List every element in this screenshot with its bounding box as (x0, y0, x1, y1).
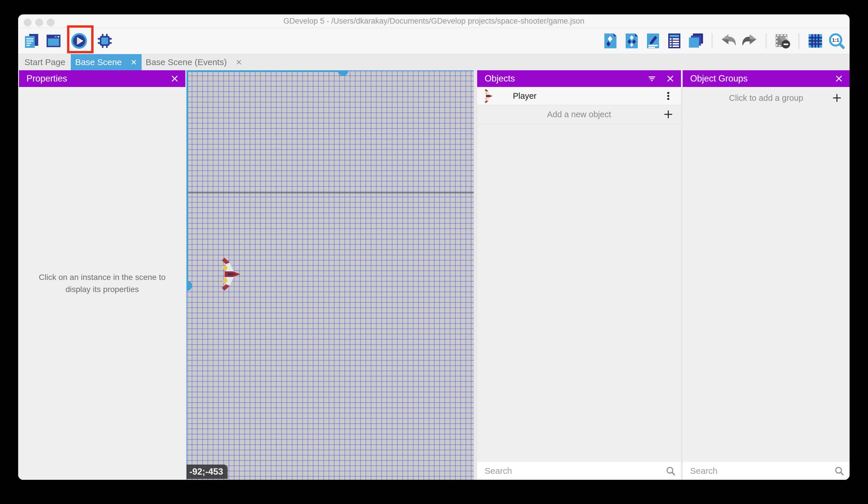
groups-search-input[interactable] (683, 462, 850, 480)
vertical-scrollbar-track-light[interactable] (186, 291, 188, 480)
vertical-scrollbar-thumb[interactable] (186, 281, 192, 291)
cursor-coordinates-tooltip: -92;-453 (186, 465, 228, 479)
svg-text:1:1: 1:1 (832, 37, 839, 43)
add-object-label: Add a new object (495, 110, 663, 119)
player-instance[interactable] (219, 255, 243, 293)
preview-play-button[interactable] (71, 32, 87, 49)
redo-icon (742, 33, 758, 49)
open-properties-button[interactable] (645, 33, 661, 49)
horizontal-scrollbar-track[interactable] (186, 70, 338, 72)
object-groups-editor-icon (624, 33, 640, 49)
tab-label: Base Scene (75, 57, 122, 67)
editor-tab-bar: Start Page Base Scene Base Scene (Events… (18, 54, 850, 70)
properties-editor-icon (645, 33, 661, 49)
properties-header: Properties (19, 70, 185, 87)
objects-search-input[interactable] (477, 462, 681, 480)
instances-list-icon (666, 33, 682, 49)
debug-icon (96, 32, 113, 49)
objects-editor-icon (602, 33, 619, 49)
panel-title: Object Groups (689, 73, 825, 84)
editor-content: Properties Click on an instance in the s… (18, 70, 850, 480)
close-tab-icon[interactable] (235, 59, 242, 65)
object-groups-header: Object Groups (683, 70, 850, 87)
tab-base-scene-events[interactable]: Base Scene (Events) (142, 54, 246, 70)
window-mask-icon (774, 33, 790, 49)
panel-title: Properties (25, 73, 161, 84)
open-layers-editor-button[interactable] (688, 33, 704, 49)
title-bar: GDevelop 5 - /Users/dkarakay/Documents/G… (18, 14, 850, 28)
tab-base-scene[interactable]: Base Scene (71, 54, 142, 70)
project-manager-button[interactable] (24, 32, 40, 49)
player-object-thumbnail (484, 88, 494, 104)
properties-empty-message: Click on an instance in the scene to dis… (19, 87, 185, 480)
horizontal-scrollbar-thumb[interactable] (338, 70, 348, 76)
zoom-1-1-icon: 1:1 (829, 33, 845, 49)
player-ship-sprite (219, 255, 243, 293)
objects-header: Objects (477, 70, 681, 87)
vertical-scrollbar-track[interactable] (186, 70, 188, 281)
gdevelop-window: GDevelop 5 - /Users/dkarakay/Documents/G… (18, 14, 850, 480)
window-title: GDevelop 5 - /Users/dkarakay/Documents/G… (18, 14, 850, 28)
groups-search-bar (683, 462, 850, 480)
panel-title: Objects (484, 73, 638, 84)
properties-panel: Properties Click on an instance in the s… (19, 70, 185, 480)
add-object-row[interactable]: Add a new object (477, 105, 681, 124)
start-page-icon (45, 32, 62, 49)
tab-label: Start Page (24, 57, 65, 67)
main-toolbar: 1:1 (18, 28, 850, 54)
toolbar-right-group: 1:1 (602, 28, 845, 54)
objects-panel: Objects (477, 70, 681, 480)
project-manager-icon (24, 32, 40, 49)
objects-search-bar (477, 462, 681, 480)
add-group-label: Click to add a group (701, 93, 832, 103)
zoom-original-button[interactable]: 1:1 (829, 33, 845, 49)
redo-button[interactable] (742, 33, 758, 49)
tab-start-page[interactable]: Start Page (19, 54, 71, 70)
undo-button[interactable] (720, 33, 736, 49)
toolbar-separator (712, 33, 712, 49)
object-groups-body: Click to add a group (683, 87, 850, 480)
open-object-groups-editor-button[interactable] (624, 33, 640, 49)
screenshot-stage: GDevelop 5 - /Users/dkarakay/Documents/G… (0, 0, 868, 504)
toggle-window-mask-button[interactable] (774, 33, 790, 49)
add-group-plus-icon[interactable] (832, 93, 842, 103)
object-list-item-player[interactable]: Player (477, 87, 681, 105)
toolbar-separator (766, 33, 766, 49)
close-tab-icon[interactable] (131, 59, 137, 65)
toolbar-left-group (24, 28, 113, 54)
scene-window-border-line (186, 192, 474, 193)
object-context-menu-icon[interactable] (663, 91, 673, 101)
open-objects-editor-button[interactable] (602, 33, 619, 49)
search-icon (665, 466, 676, 477)
layers-editor-icon (688, 33, 704, 49)
open-instances-list-button[interactable] (666, 33, 682, 49)
tab-label: Base Scene (Events) (146, 57, 227, 67)
play-icon (71, 32, 87, 49)
start-page-button[interactable] (45, 32, 62, 49)
toggle-grid-button[interactable] (807, 33, 823, 49)
properties-body: Click on an instance in the scene to dis… (19, 87, 185, 480)
grid-icon (807, 33, 823, 49)
add-group-row[interactable]: Click to add a group (683, 87, 850, 109)
object-groups-panel: Object Groups Click to add a group (683, 70, 850, 480)
add-object-plus-icon[interactable] (663, 109, 673, 120)
search-icon (834, 466, 844, 477)
debug-button[interactable] (96, 32, 113, 49)
filter-icon[interactable] (648, 74, 656, 83)
object-name: Player (513, 91, 536, 101)
scene-canvas[interactable]: -92;-453 (186, 70, 474, 480)
close-panel-icon[interactable] (170, 74, 179, 83)
toolbar-separator (799, 33, 799, 49)
close-panel-icon[interactable] (666, 74, 675, 83)
objects-body: Player Add a new object (477, 87, 681, 480)
undo-icon (720, 33, 736, 49)
horizontal-scrollbar-track-light[interactable] (348, 70, 474, 72)
close-panel-icon[interactable] (835, 74, 843, 83)
